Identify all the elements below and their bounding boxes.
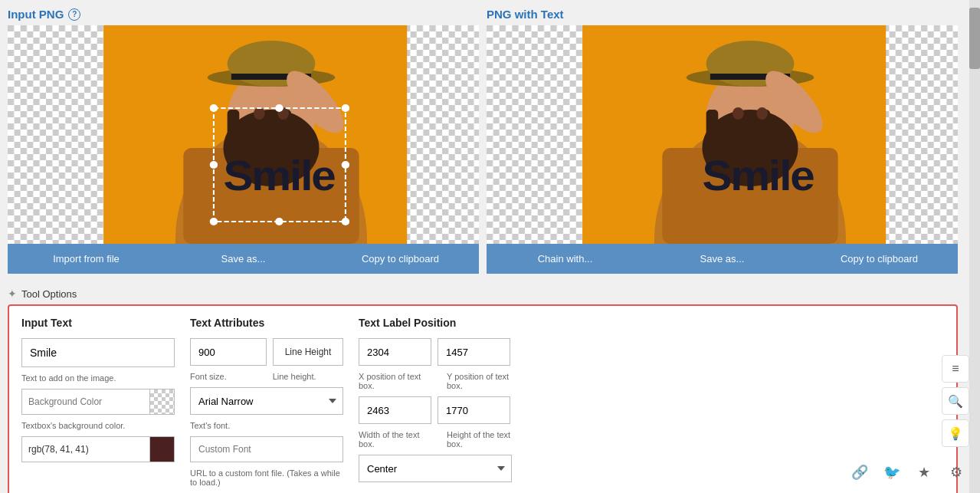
bottom-icons: 🔗 🐦 ★ ⚙ — [847, 459, 969, 485]
x-position-input[interactable] — [359, 338, 431, 366]
width-hint: Width of the text box. — [359, 430, 424, 449]
help-icon[interactable]: ? — [68, 8, 80, 21]
svg-point-45 — [756, 107, 768, 120]
bg-color-row — [21, 389, 175, 415]
text-position-column: Text Label Position X position of text b… — [359, 317, 512, 487]
svg-point-27 — [342, 218, 349, 225]
text-input[interactable] — [21, 338, 175, 367]
output-save-button[interactable]: Save as... — [644, 244, 801, 274]
custom-font-input[interactable] — [190, 436, 343, 462]
input-save-button[interactable]: Save as... — [165, 244, 322, 274]
link-icon[interactable]: 🔗 — [847, 459, 873, 485]
input-text-title: Input Text — [21, 317, 175, 329]
x-position-group — [359, 338, 431, 366]
input-image-svg: Smile — [8, 25, 479, 244]
bg-color-input[interactable] — [21, 389, 150, 415]
settings-icon[interactable]: ⚙ — [943, 459, 969, 485]
text-position-title: Text Label Position — [359, 317, 512, 329]
align-select[interactable]: Center Left Right — [359, 455, 512, 482]
svg-point-23 — [210, 161, 218, 169]
svg-point-16 — [254, 107, 265, 120]
height-group — [438, 396, 510, 424]
input-text-column: Input Text Text to add on the image. Tex… — [21, 317, 175, 487]
x-hint: X position of text box. — [359, 372, 424, 390]
rgb-row — [21, 436, 175, 462]
sparkle-icon: ✦ — [8, 288, 17, 300]
input-png-canvas: Smile — [8, 25, 479, 244]
twitter-icon[interactable]: 🐦 — [879, 459, 905, 485]
output-copy-button[interactable]: Copy to clipboard — [801, 244, 958, 274]
rgb-input[interactable] — [21, 436, 150, 462]
line-height-hint: Line height. — [273, 372, 316, 381]
width-input[interactable] — [359, 396, 431, 424]
input-png-label: Input PNG — [8, 8, 64, 21]
output-toolbar: Chain with... Save as... Copy to clipboa… — [487, 244, 958, 274]
bg-color-swatch[interactable] — [150, 389, 175, 415]
xy-position-row — [359, 338, 512, 366]
tool-options-header: ✦ Tool Options — [8, 288, 958, 300]
y-hint: Y position of text box. — [447, 372, 512, 390]
svg-point-25 — [210, 218, 218, 225]
text-attributes-column: Text Attributes Line Height Font size. L… — [190, 317, 343, 487]
input-text-hint: Text to add on the image. — [21, 373, 175, 383]
import-button[interactable]: Import from file — [8, 244, 165, 274]
svg-point-26 — [275, 218, 283, 225]
svg-point-22 — [342, 104, 349, 112]
right-sidebar: ≡ 🔍 💡 — [942, 355, 969, 447]
font-size-row: Line Height — [190, 338, 343, 366]
svg-point-24 — [342, 161, 349, 169]
output-png-canvas: Smile — [487, 25, 958, 244]
output-png-label: PNG with Text — [487, 8, 564, 21]
star-icon[interactable]: ★ — [911, 459, 937, 485]
align-select-wrapper: Center Left Right — [359, 455, 512, 482]
font-size-hint: Font size. — [190, 372, 227, 381]
sidebar-bulb-icon[interactable]: 💡 — [942, 419, 969, 447]
output-png-title: PNG with Text — [487, 8, 958, 21]
svg-point-21 — [275, 104, 283, 112]
rgb-swatch[interactable] — [150, 436, 175, 462]
input-png-title: Input PNG ? — [8, 8, 479, 21]
custom-font-hint: URL to a custom font file. (Takes a whil… — [190, 468, 343, 487]
input-toolbar: Import from file Save as... Copy to clip… — [8, 244, 479, 274]
sidebar-search-icon[interactable]: 🔍 — [942, 387, 969, 415]
input-copy-button[interactable]: Copy to clipboard — [322, 244, 479, 274]
font-hint: Text's font. — [190, 421, 343, 430]
svg-point-20 — [210, 104, 218, 112]
height-input[interactable] — [438, 396, 510, 424]
height-hint: Height of the text box. — [447, 430, 512, 449]
wh-position-row — [359, 396, 512, 424]
font-size-input[interactable] — [190, 338, 267, 366]
bg-color-hint: Textbox's background color. — [21, 421, 175, 430]
width-group — [359, 396, 431, 424]
scrollbar-thumb[interactable] — [969, 8, 980, 69]
tool-panel: Input Text Text to add on the image. Tex… — [8, 304, 958, 493]
line-height-button[interactable]: Line Height — [273, 338, 343, 366]
font-select-wrapper: Arial Narrow — [190, 387, 343, 415]
tool-options-label: Tool Options — [21, 288, 77, 300]
chain-button[interactable]: Chain with... — [487, 244, 644, 274]
svg-point-44 — [733, 107, 744, 120]
font-select[interactable]: Arial Narrow — [190, 387, 343, 415]
scrollbar[interactable] — [969, 0, 980, 493]
sidebar-list-icon[interactable]: ≡ — [942, 355, 969, 383]
y-position-input[interactable] — [438, 338, 510, 366]
text-attributes-title: Text Attributes — [190, 317, 343, 329]
output-image-svg: Smile — [487, 25, 958, 244]
y-position-group — [438, 338, 510, 366]
svg-text:Smile: Smile — [702, 151, 814, 199]
svg-text:Smile: Smile — [223, 151, 335, 199]
